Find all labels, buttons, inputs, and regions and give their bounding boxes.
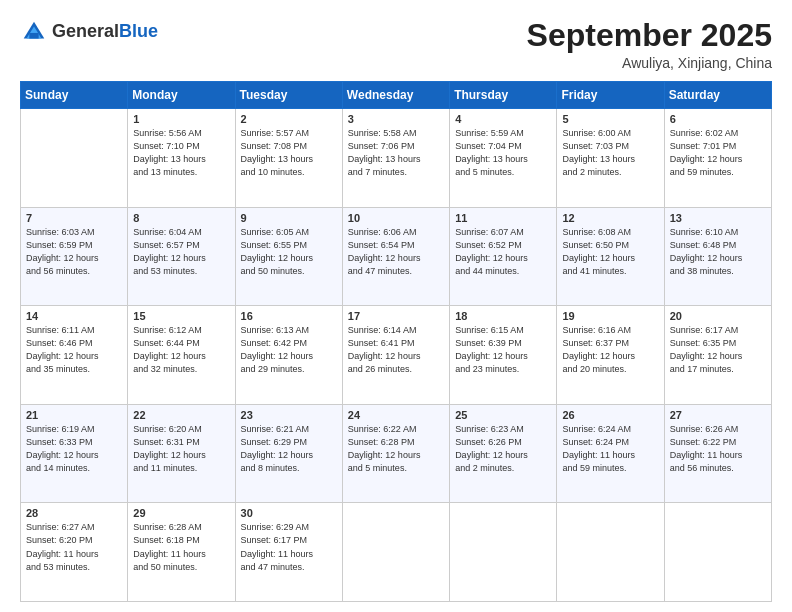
calendar-cell: 18Sunrise: 6:15 AM Sunset: 6:39 PM Dayli… bbox=[450, 306, 557, 405]
day-number: 10 bbox=[348, 212, 444, 224]
weekday-header-monday: Monday bbox=[128, 82, 235, 109]
day-number: 22 bbox=[133, 409, 229, 421]
day-info: Sunrise: 6:20 AM Sunset: 6:31 PM Dayligh… bbox=[133, 423, 229, 475]
calendar-cell: 6Sunrise: 6:02 AM Sunset: 7:01 PM Daylig… bbox=[664, 109, 771, 208]
calendar-cell: 13Sunrise: 6:10 AM Sunset: 6:48 PM Dayli… bbox=[664, 207, 771, 306]
calendar-cell: 19Sunrise: 6:16 AM Sunset: 6:37 PM Dayli… bbox=[557, 306, 664, 405]
logo-icon bbox=[20, 18, 48, 46]
day-number: 24 bbox=[348, 409, 444, 421]
day-number: 19 bbox=[562, 310, 658, 322]
day-number: 29 bbox=[133, 507, 229, 519]
day-info: Sunrise: 6:06 AM Sunset: 6:54 PM Dayligh… bbox=[348, 226, 444, 278]
day-info: Sunrise: 6:27 AM Sunset: 6:20 PM Dayligh… bbox=[26, 521, 122, 573]
day-info: Sunrise: 6:00 AM Sunset: 7:03 PM Dayligh… bbox=[562, 127, 658, 179]
calendar-cell: 24Sunrise: 6:22 AM Sunset: 6:28 PM Dayli… bbox=[342, 404, 449, 503]
calendar-cell bbox=[450, 503, 557, 602]
calendar-cell: 23Sunrise: 6:21 AM Sunset: 6:29 PM Dayli… bbox=[235, 404, 342, 503]
day-info: Sunrise: 6:22 AM Sunset: 6:28 PM Dayligh… bbox=[348, 423, 444, 475]
calendar-cell: 10Sunrise: 6:06 AM Sunset: 6:54 PM Dayli… bbox=[342, 207, 449, 306]
day-info: Sunrise: 6:12 AM Sunset: 6:44 PM Dayligh… bbox=[133, 324, 229, 376]
calendar-cell bbox=[342, 503, 449, 602]
day-number: 12 bbox=[562, 212, 658, 224]
day-info: Sunrise: 6:24 AM Sunset: 6:24 PM Dayligh… bbox=[562, 423, 658, 475]
calendar-cell: 17Sunrise: 6:14 AM Sunset: 6:41 PM Dayli… bbox=[342, 306, 449, 405]
logo-text: GeneralBlue bbox=[52, 22, 158, 42]
weekday-header-tuesday: Tuesday bbox=[235, 82, 342, 109]
day-info: Sunrise: 6:21 AM Sunset: 6:29 PM Dayligh… bbox=[241, 423, 337, 475]
day-info: Sunrise: 6:07 AM Sunset: 6:52 PM Dayligh… bbox=[455, 226, 551, 278]
day-number: 17 bbox=[348, 310, 444, 322]
day-info: Sunrise: 6:17 AM Sunset: 6:35 PM Dayligh… bbox=[670, 324, 766, 376]
day-info: Sunrise: 6:02 AM Sunset: 7:01 PM Dayligh… bbox=[670, 127, 766, 179]
calendar-cell: 26Sunrise: 6:24 AM Sunset: 6:24 PM Dayli… bbox=[557, 404, 664, 503]
calendar-cell bbox=[664, 503, 771, 602]
day-number: 20 bbox=[670, 310, 766, 322]
calendar-cell: 3Sunrise: 5:58 AM Sunset: 7:06 PM Daylig… bbox=[342, 109, 449, 208]
title-block: September 2025 Awuliya, Xinjiang, China bbox=[527, 18, 772, 71]
logo-general: General bbox=[52, 22, 119, 42]
day-info: Sunrise: 6:26 AM Sunset: 6:22 PM Dayligh… bbox=[670, 423, 766, 475]
day-number: 23 bbox=[241, 409, 337, 421]
calendar-cell: 11Sunrise: 6:07 AM Sunset: 6:52 PM Dayli… bbox=[450, 207, 557, 306]
day-number: 28 bbox=[26, 507, 122, 519]
calendar-cell: 28Sunrise: 6:27 AM Sunset: 6:20 PM Dayli… bbox=[21, 503, 128, 602]
calendar-cell bbox=[557, 503, 664, 602]
day-number: 8 bbox=[133, 212, 229, 224]
day-info: Sunrise: 6:28 AM Sunset: 6:18 PM Dayligh… bbox=[133, 521, 229, 573]
day-info: Sunrise: 5:57 AM Sunset: 7:08 PM Dayligh… bbox=[241, 127, 337, 179]
calendar-cell: 4Sunrise: 5:59 AM Sunset: 7:04 PM Daylig… bbox=[450, 109, 557, 208]
day-number: 15 bbox=[133, 310, 229, 322]
day-number: 27 bbox=[670, 409, 766, 421]
day-info: Sunrise: 6:15 AM Sunset: 6:39 PM Dayligh… bbox=[455, 324, 551, 376]
logo-blue: Blue bbox=[119, 22, 158, 42]
calendar-cell: 29Sunrise: 6:28 AM Sunset: 6:18 PM Dayli… bbox=[128, 503, 235, 602]
day-info: Sunrise: 5:56 AM Sunset: 7:10 PM Dayligh… bbox=[133, 127, 229, 179]
day-number: 26 bbox=[562, 409, 658, 421]
day-number: 21 bbox=[26, 409, 122, 421]
day-number: 13 bbox=[670, 212, 766, 224]
day-info: Sunrise: 6:04 AM Sunset: 6:57 PM Dayligh… bbox=[133, 226, 229, 278]
weekday-header-wednesday: Wednesday bbox=[342, 82, 449, 109]
day-number: 3 bbox=[348, 113, 444, 125]
calendar-cell: 25Sunrise: 6:23 AM Sunset: 6:26 PM Dayli… bbox=[450, 404, 557, 503]
day-number: 9 bbox=[241, 212, 337, 224]
calendar-cell: 5Sunrise: 6:00 AM Sunset: 7:03 PM Daylig… bbox=[557, 109, 664, 208]
calendar-table: SundayMondayTuesdayWednesdayThursdayFrid… bbox=[20, 81, 772, 602]
calendar-week-2: 7Sunrise: 6:03 AM Sunset: 6:59 PM Daylig… bbox=[21, 207, 772, 306]
weekday-header-saturday: Saturday bbox=[664, 82, 771, 109]
calendar-cell: 1Sunrise: 5:56 AM Sunset: 7:10 PM Daylig… bbox=[128, 109, 235, 208]
header: GeneralBlue September 2025 Awuliya, Xinj… bbox=[20, 18, 772, 71]
day-number: 11 bbox=[455, 212, 551, 224]
calendar-week-4: 21Sunrise: 6:19 AM Sunset: 6:33 PM Dayli… bbox=[21, 404, 772, 503]
calendar-cell: 8Sunrise: 6:04 AM Sunset: 6:57 PM Daylig… bbox=[128, 207, 235, 306]
day-number: 1 bbox=[133, 113, 229, 125]
calendar-cell: 16Sunrise: 6:13 AM Sunset: 6:42 PM Dayli… bbox=[235, 306, 342, 405]
calendar-cell: 9Sunrise: 6:05 AM Sunset: 6:55 PM Daylig… bbox=[235, 207, 342, 306]
calendar-cell: 20Sunrise: 6:17 AM Sunset: 6:35 PM Dayli… bbox=[664, 306, 771, 405]
day-info: Sunrise: 6:10 AM Sunset: 6:48 PM Dayligh… bbox=[670, 226, 766, 278]
day-info: Sunrise: 5:59 AM Sunset: 7:04 PM Dayligh… bbox=[455, 127, 551, 179]
calendar-cell: 2Sunrise: 5:57 AM Sunset: 7:08 PM Daylig… bbox=[235, 109, 342, 208]
day-info: Sunrise: 6:11 AM Sunset: 6:46 PM Dayligh… bbox=[26, 324, 122, 376]
calendar-week-1: 1Sunrise: 5:56 AM Sunset: 7:10 PM Daylig… bbox=[21, 109, 772, 208]
calendar-cell: 27Sunrise: 6:26 AM Sunset: 6:22 PM Dayli… bbox=[664, 404, 771, 503]
calendar-cell: 14Sunrise: 6:11 AM Sunset: 6:46 PM Dayli… bbox=[21, 306, 128, 405]
day-info: Sunrise: 6:03 AM Sunset: 6:59 PM Dayligh… bbox=[26, 226, 122, 278]
calendar-cell: 30Sunrise: 6:29 AM Sunset: 6:17 PM Dayli… bbox=[235, 503, 342, 602]
day-info: Sunrise: 6:19 AM Sunset: 6:33 PM Dayligh… bbox=[26, 423, 122, 475]
weekday-header-row: SundayMondayTuesdayWednesdayThursdayFrid… bbox=[21, 82, 772, 109]
calendar-cell bbox=[21, 109, 128, 208]
day-info: Sunrise: 6:08 AM Sunset: 6:50 PM Dayligh… bbox=[562, 226, 658, 278]
location: Awuliya, Xinjiang, China bbox=[527, 55, 772, 71]
day-number: 30 bbox=[241, 507, 337, 519]
logo: GeneralBlue bbox=[20, 18, 158, 46]
weekday-header-thursday: Thursday bbox=[450, 82, 557, 109]
day-number: 6 bbox=[670, 113, 766, 125]
calendar-cell: 21Sunrise: 6:19 AM Sunset: 6:33 PM Dayli… bbox=[21, 404, 128, 503]
day-number: 2 bbox=[241, 113, 337, 125]
day-info: Sunrise: 6:14 AM Sunset: 6:41 PM Dayligh… bbox=[348, 324, 444, 376]
day-number: 4 bbox=[455, 113, 551, 125]
day-info: Sunrise: 6:05 AM Sunset: 6:55 PM Dayligh… bbox=[241, 226, 337, 278]
day-number: 18 bbox=[455, 310, 551, 322]
day-info: Sunrise: 6:29 AM Sunset: 6:17 PM Dayligh… bbox=[241, 521, 337, 573]
